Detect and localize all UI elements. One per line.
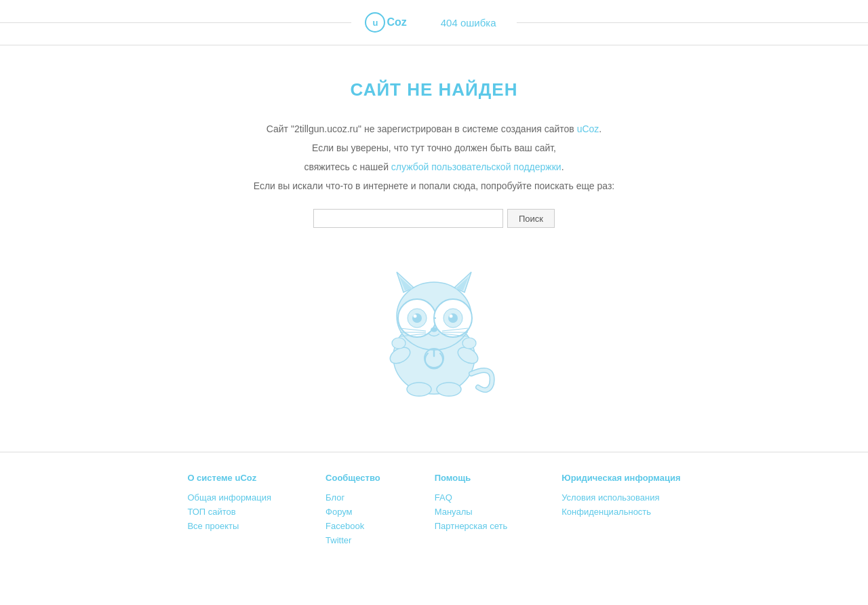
- desc-line4: Если вы искали что-то в интернете и попа…: [254, 180, 614, 191]
- footer-link-twitter[interactable]: Twitter: [326, 535, 380, 545]
- footer-col-help: Помощь FAQ Мануалы Партнерская сеть: [435, 473, 508, 549]
- footer-inner: О системе uCoz Общая информация ТОП сайт…: [129, 473, 739, 549]
- ucoz-link[interactable]: uCoz: [577, 123, 599, 134]
- svg-point-10: [412, 313, 422, 323]
- mascot-image: [346, 248, 522, 397]
- mascot-svg: [346, 248, 522, 397]
- support-link[interactable]: службой пользовательской поддержки: [391, 161, 561, 172]
- footer-col-community: Сообщество Блог Форум Facebook Twitter: [326, 473, 380, 549]
- footer-col-legal: Юридическая информация Условия использов…: [561, 473, 680, 549]
- desc-line3-end: .: [561, 161, 564, 172]
- footer-col-system-heading: О системе uCoz: [187, 473, 271, 483]
- footer-link-manuals[interactable]: Мануалы: [435, 507, 508, 517]
- desc-line1: Сайт "2tillgun.ucoz.ru" не зарегистриров…: [267, 123, 574, 134]
- svg-point-14: [450, 315, 453, 318]
- search-form: Поиск: [142, 209, 726, 228]
- svg-point-29: [437, 383, 461, 396]
- footer-col-community-heading: Сообщество: [326, 473, 380, 483]
- footer-link-privacy[interactable]: Конфиденциальность: [561, 507, 680, 517]
- main-content: САЙТ НЕ НАЙДЕН Сайт "2tillgun.ucoz.ru" н…: [129, 45, 739, 452]
- logo-icon: u: [365, 12, 385, 33]
- footer-link-all-projects[interactable]: Все проекты: [187, 521, 271, 531]
- footer-col-system: О системе uCoz Общая информация ТОП сайт…: [187, 473, 271, 549]
- description: Сайт "2tillgun.ucoz.ru" не зарегистриров…: [142, 119, 726, 195]
- footer-link-facebook[interactable]: Facebook: [326, 521, 380, 531]
- footer-col-legal-heading: Юридическая информация: [561, 473, 680, 483]
- svg-point-15: [431, 328, 437, 332]
- footer-link-blog[interactable]: Блог: [326, 492, 380, 503]
- footer-col-help-heading: Помощь: [435, 473, 508, 483]
- footer-link-top-sites[interactable]: ТОП сайтов: [187, 507, 271, 517]
- footer-link-forum[interactable]: Форум: [326, 507, 380, 517]
- footer-link-faq[interactable]: FAQ: [435, 492, 508, 503]
- desc-line2: Если вы уверены, что тут точно должен бы…: [312, 142, 556, 153]
- desc-line1-end: .: [599, 123, 601, 134]
- header-title: 404 ошибка: [420, 17, 517, 28]
- desc-line3-start: свяжитесь с нашей: [304, 161, 389, 172]
- footer-link-partner-network[interactable]: Партнерская сеть: [435, 521, 508, 531]
- header: u Coz 404 ошибка: [0, 0, 868, 45]
- page-title: САЙТ НЕ НАЙДЕН: [142, 79, 726, 100]
- footer-link-general-info[interactable]: Общая информация: [187, 492, 271, 503]
- footer: О системе uCoz Общая информация ТОП сайт…: [0, 452, 868, 570]
- svg-point-11: [414, 315, 417, 318]
- logo-text: Coz: [387, 16, 406, 28]
- svg-point-26: [392, 338, 406, 349]
- svg-point-28: [407, 383, 431, 396]
- svg-point-13: [448, 313, 458, 323]
- footer-link-terms[interactable]: Условия использования: [561, 492, 680, 503]
- svg-point-27: [462, 338, 476, 349]
- search-button[interactable]: Поиск: [507, 209, 555, 228]
- logo[interactable]: u Coz: [351, 12, 420, 33]
- search-input[interactable]: [313, 209, 503, 228]
